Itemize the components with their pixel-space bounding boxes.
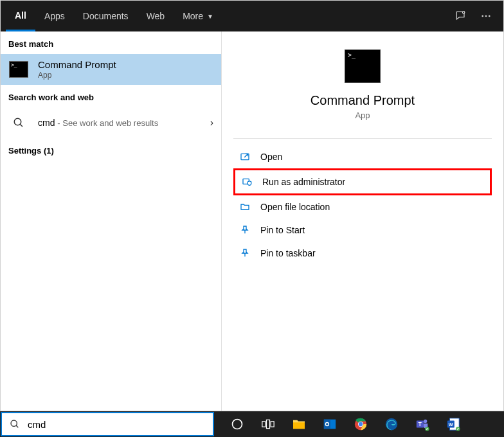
svg-text:W: W (449, 422, 453, 427)
svg-point-23 (359, 422, 363, 426)
action-run-as-administrator[interactable]: Run as administrator (233, 168, 492, 195)
svg-text:T: T (419, 422, 422, 427)
search-icon (8, 112, 29, 133)
results-list: Best match Command Prompt App Search wor… (1, 31, 222, 411)
tab-all[interactable]: All (6, 1, 35, 31)
preview-pane: Command Prompt App Open Run as administr… (222, 31, 503, 411)
preview-app-icon (345, 49, 381, 83)
svg-point-10 (11, 420, 17, 426)
action-label: Pin to Start (260, 225, 305, 235)
svg-line-11 (16, 425, 18, 427)
preview-subtitle: App (222, 111, 503, 120)
file-explorer-icon[interactable] (284, 411, 314, 437)
chrome-icon[interactable] (346, 411, 375, 437)
best-match-header: Best match (1, 31, 221, 54)
web-query: cmd (38, 118, 55, 128)
word-icon[interactable]: W (438, 411, 468, 437)
more-options-icon[interactable] (474, 10, 498, 22)
result-text: cmd - See work and web results (38, 117, 210, 129)
action-label: Open (260, 152, 282, 162)
divider (233, 138, 492, 139)
action-pin-to-start[interactable]: Pin to Start (233, 219, 492, 242)
tab-documents[interactable]: Documents (74, 1, 138, 31)
pin-taskbar-icon (239, 248, 251, 258)
svg-point-4 (14, 118, 21, 125)
action-label: Pin to taskbar (260, 248, 316, 258)
start-search-panel: All Apps Documents Web More ▼ Best match… (0, 0, 504, 411)
results-content: Best match Command Prompt App Search wor… (1, 31, 503, 411)
svg-rect-14 (267, 420, 270, 428)
folder-icon (239, 202, 251, 212)
svg-point-2 (485, 15, 487, 17)
outlook-icon[interactable] (315, 411, 345, 437)
cortana-icon[interactable] (222, 411, 252, 437)
search-icon (2, 419, 28, 429)
taskbar-search-box[interactable] (1, 412, 214, 436)
svg-point-12 (233, 420, 242, 429)
task-view-icon[interactable] (253, 411, 283, 437)
tab-apps[interactable]: Apps (35, 1, 74, 31)
taskbar: T W (0, 411, 504, 437)
result-title: Command Prompt (38, 59, 213, 70)
tab-more-label: More (183, 11, 203, 21)
settings-header[interactable]: Settings (1) (1, 138, 221, 161)
svg-point-27 (424, 420, 428, 424)
chevron-down-icon: ▼ (207, 13, 213, 20)
action-pin-to-taskbar[interactable]: Pin to taskbar (233, 242, 492, 265)
result-web-cmd[interactable]: cmd - See work and web results › (1, 107, 221, 138)
action-label: Open file location (260, 202, 330, 212)
svg-point-3 (489, 15, 491, 17)
action-open[interactable]: Open (233, 145, 492, 168)
taskbar-icons: T W (215, 411, 468, 437)
result-text: Command Prompt App (38, 59, 213, 80)
chevron-right-icon: › (210, 117, 213, 129)
result-command-prompt[interactable]: Command Prompt App (1, 54, 221, 85)
web-hint: See work and web results (62, 118, 158, 128)
open-icon (239, 152, 251, 162)
action-open-file-location[interactable]: Open file location (233, 195, 492, 219)
svg-line-5 (20, 124, 22, 127)
teams-icon[interactable]: T (408, 411, 437, 437)
feedback-icon[interactable] (448, 10, 474, 22)
command-prompt-icon (8, 59, 29, 80)
search-input[interactable] (28, 419, 213, 430)
action-label: Run as administrator (262, 177, 345, 187)
filter-tabs: All Apps Documents Web More ▼ (1, 1, 503, 31)
result-subtitle: App (38, 71, 213, 80)
admin-shield-icon (240, 177, 253, 187)
svg-rect-13 (262, 422, 266, 427)
svg-rect-16 (293, 422, 305, 429)
svg-point-0 (463, 12, 465, 13)
preview-title: Command Prompt (222, 93, 503, 108)
tab-web[interactable]: Web (138, 1, 174, 31)
svg-point-20 (326, 423, 328, 425)
edge-icon[interactable] (377, 411, 406, 437)
action-list: Open Run as administrator Open file loca… (222, 145, 503, 265)
svg-point-1 (482, 15, 483, 17)
svg-rect-15 (271, 422, 274, 427)
pin-start-icon (239, 225, 251, 235)
tab-more[interactable]: More ▼ (174, 1, 222, 31)
search-work-web-header: Search work and web (1, 85, 221, 107)
